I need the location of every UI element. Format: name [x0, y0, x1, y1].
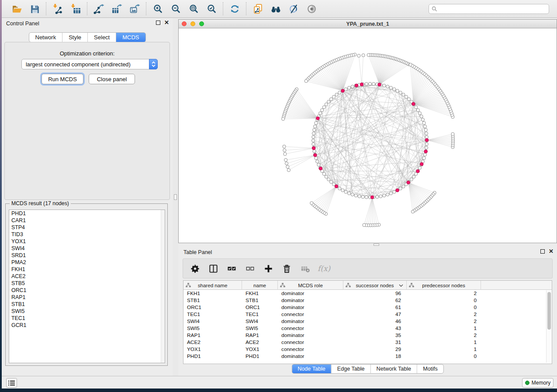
cell-name[interactable]: TEC1 [242, 311, 278, 317]
cell-name[interactable]: ACE2 [242, 339, 278, 345]
network-node[interactable] [286, 165, 289, 168]
network-node[interactable] [420, 162, 424, 166]
cell-shared_name[interactable]: TEC1 [183, 311, 242, 317]
network-node[interactable] [338, 91, 341, 94]
import-network-icon[interactable] [51, 2, 64, 15]
network-node[interactable] [407, 181, 410, 184]
mcds-result-item[interactable]: GCR1 [9, 322, 165, 329]
deselect-all-icon[interactable] [244, 263, 256, 274]
table-vertical-scrollbar[interactable] [546, 290, 551, 363]
network-node[interactable] [284, 158, 287, 162]
network-node[interactable] [283, 145, 286, 148]
table-row[interactable]: STB1STB1dominator620 [183, 297, 546, 304]
network-node[interactable] [370, 196, 374, 199]
cell-shared_name[interactable]: ORC1 [183, 304, 242, 310]
table-row[interactable]: SWI5SWI5connector431 [183, 325, 546, 332]
network-node[interactable] [351, 193, 354, 196]
column-header-MCDS-role[interactable]: MCDS role [278, 281, 343, 290]
network-node[interactable] [410, 178, 413, 181]
cell-successor_nodes[interactable]: 47 [343, 311, 407, 317]
network-node[interactable] [313, 150, 316, 153]
network-node[interactable] [422, 157, 426, 160]
cell-mcds_role[interactable]: connector [278, 346, 343, 352]
cell-shared_name[interactable]: PHD1 [183, 353, 242, 359]
close-panel-button[interactable]: Close panel [89, 74, 135, 84]
column-header-shared-name[interactable]: shared name [183, 281, 242, 290]
network-node[interactable] [425, 135, 428, 138]
network-node[interactable] [341, 89, 345, 93]
network-node[interactable] [322, 106, 325, 109]
network-node[interactable] [325, 103, 328, 106]
network-node[interactable] [316, 160, 319, 163]
network-node[interactable] [285, 162, 288, 165]
scrollbar-thumb[interactable] [547, 292, 551, 330]
network-node[interactable] [363, 224, 366, 227]
cell-name[interactable]: FKH1 [242, 290, 278, 296]
cell-shared_name[interactable]: YOX1 [183, 346, 242, 352]
network-node[interactable] [425, 138, 429, 142]
network-node[interactable] [316, 117, 320, 120]
network-node[interactable] [411, 210, 414, 213]
network-node[interactable] [361, 195, 364, 198]
mcds-result-item[interactable]: RAP1 [9, 294, 165, 301]
network-node[interactable] [386, 85, 389, 88]
tab-edge-table[interactable]: Edge Table [331, 364, 370, 373]
network-node[interactable] [310, 202, 313, 205]
search-field[interactable] [429, 4, 549, 14]
network-node[interactable] [415, 106, 418, 109]
network-node[interactable] [372, 83, 375, 86]
tab-node-table[interactable]: Node Table [292, 364, 331, 373]
network-node[interactable] [424, 150, 428, 153]
zoom-fit-icon[interactable] [187, 2, 200, 15]
network-node[interactable] [378, 83, 381, 86]
network-node[interactable] [424, 128, 427, 131]
cell-predecessor_nodes[interactable]: 0 [407, 353, 481, 359]
network-node[interactable] [422, 121, 426, 124]
cell-successor_nodes[interactable]: 43 [343, 325, 407, 331]
network-node[interactable] [367, 53, 370, 56]
network-node[interactable] [314, 154, 317, 157]
tab-motifs[interactable]: Motifs [417, 364, 443, 373]
network-node[interactable] [313, 128, 316, 131]
network-node[interactable] [348, 86, 351, 89]
network-node[interactable] [393, 88, 396, 91]
cell-name[interactable]: PHD1 [242, 353, 278, 359]
table-row[interactable]: PHD1PHD1dominator180 [183, 353, 546, 360]
network-node[interactable] [425, 132, 428, 135]
cell-predecessor_nodes[interactable]: 1 [407, 339, 481, 345]
network-node[interactable] [425, 146, 428, 149]
network-node[interactable] [389, 192, 392, 195]
network-graph[interactable] [179, 28, 557, 243]
network-node[interactable] [315, 157, 318, 160]
column-header-predecessor-nodes[interactable]: predecessor nodes [407, 281, 481, 290]
network-node[interactable] [423, 125, 426, 128]
cell-successor_nodes[interactable]: 31 [343, 339, 407, 345]
cell-predecessor_nodes[interactable]: 2 [407, 290, 481, 296]
save-session-icon[interactable] [28, 2, 41, 15]
network-node[interactable] [412, 175, 415, 178]
network-node[interactable] [335, 93, 338, 96]
cell-successor_nodes[interactable]: 29 [343, 346, 407, 352]
network-node[interactable] [312, 147, 315, 150]
float-table-panel-icon[interactable] [540, 249, 545, 254]
network-node[interactable] [421, 118, 424, 121]
mcds-result-item[interactable]: ORC1 [9, 287, 165, 294]
network-node[interactable] [418, 112, 421, 115]
cell-shared_name[interactable]: STB1 [183, 297, 242, 303]
mcds-result-item[interactable]: SWI5 [9, 308, 165, 315]
network-node[interactable] [358, 195, 361, 198]
mcds-result-item[interactable]: YOX1 [9, 238, 165, 245]
mcds-result-item[interactable]: SWI4 [9, 245, 165, 252]
network-node[interactable] [396, 89, 399, 93]
cell-mcds_role[interactable]: connector [278, 325, 343, 331]
network-node[interactable] [327, 178, 330, 181]
show-columns-icon[interactable] [208, 263, 219, 274]
add-column-icon[interactable] [263, 263, 274, 274]
network-node[interactable] [325, 175, 328, 178]
import-table-icon[interactable] [69, 2, 82, 15]
cell-predecessor_nodes[interactable]: 1 [407, 346, 481, 352]
mcds-result-item[interactable]: FKH1 [9, 266, 165, 273]
network-node[interactable] [360, 83, 363, 86]
close-table-panel-icon[interactable]: ✕ [549, 249, 554, 254]
cell-successor_nodes[interactable]: 35 [343, 332, 407, 338]
